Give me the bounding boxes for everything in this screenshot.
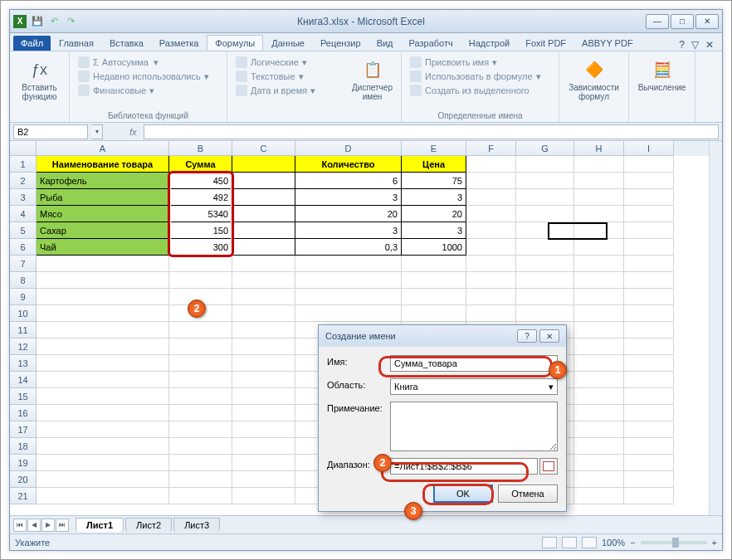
cell[interactable] xyxy=(37,388,169,405)
view-layout-button[interactable] xyxy=(562,537,577,548)
insert-function-button[interactable]: ƒx Вставить функцию xyxy=(15,55,64,105)
use-in-formula-button[interactable]: Использовать в формуле▾ xyxy=(410,71,550,82)
cell[interactable] xyxy=(624,173,674,189)
tab-developer[interactable]: Разработч xyxy=(402,36,461,51)
cell[interactable] xyxy=(37,256,169,272)
tab-foxit[interactable]: Foxit PDF xyxy=(518,36,573,51)
cell[interactable] xyxy=(37,272,169,289)
cell[interactable] xyxy=(232,322,295,338)
cell[interactable] xyxy=(466,189,516,206)
cell[interactable] xyxy=(232,239,295,256)
cell[interactable] xyxy=(37,305,169,322)
column-header[interactable]: H xyxy=(574,141,624,156)
cell[interactable] xyxy=(516,256,574,272)
select-all-corner[interactable] xyxy=(10,141,37,156)
cell[interactable]: Чай xyxy=(37,239,169,256)
cell[interactable] xyxy=(169,322,232,338)
save-icon[interactable]: 💾 xyxy=(32,16,43,27)
cell[interactable] xyxy=(624,305,674,322)
name-input[interactable] xyxy=(390,355,558,372)
cell[interactable] xyxy=(574,405,624,421)
cell[interactable] xyxy=(574,256,624,272)
cell[interactable]: Картофель xyxy=(37,173,169,189)
cell[interactable] xyxy=(232,222,295,239)
cell[interactable]: 3 xyxy=(402,189,466,206)
row-header[interactable]: 7 xyxy=(10,256,37,272)
column-header[interactable]: C xyxy=(232,141,295,156)
cell[interactable] xyxy=(169,338,232,355)
cell[interactable] xyxy=(516,272,574,289)
cell[interactable]: 492 xyxy=(169,189,232,206)
cell[interactable] xyxy=(295,289,402,305)
column-header[interactable]: A xyxy=(37,141,169,156)
vertical-scrollbar[interactable] xyxy=(709,141,722,515)
sheet-nav-last-icon[interactable]: ⏭ xyxy=(56,519,69,532)
cell[interactable] xyxy=(574,322,624,338)
row-header[interactable]: 15 xyxy=(10,388,37,405)
tab-file[interactable]: Файл xyxy=(13,36,51,51)
cell[interactable]: Сумма xyxy=(169,156,232,173)
cell[interactable] xyxy=(232,156,295,173)
cell[interactable] xyxy=(169,471,232,488)
cell[interactable] xyxy=(516,173,574,189)
cell[interactable] xyxy=(516,289,574,305)
cell[interactable] xyxy=(232,189,295,206)
cell[interactable] xyxy=(624,272,674,289)
cell[interactable] xyxy=(624,289,674,305)
cell[interactable] xyxy=(232,421,295,438)
cell[interactable] xyxy=(574,222,624,239)
row-header[interactable]: 18 xyxy=(10,438,37,455)
dialog-help-button[interactable]: ? xyxy=(517,329,537,343)
cell[interactable] xyxy=(232,305,295,322)
cell[interactable] xyxy=(624,222,674,239)
tab-abbyy[interactable]: ABBYY PDF xyxy=(574,36,641,51)
column-header[interactable]: G xyxy=(516,141,574,156)
cell[interactable] xyxy=(516,239,574,256)
sheet-nav-first-icon[interactable]: ⏮ xyxy=(13,519,27,532)
cell[interactable] xyxy=(574,305,624,322)
row-header[interactable]: 10 xyxy=(10,305,37,322)
sheet-tab[interactable]: Лист2 xyxy=(125,518,172,532)
cell[interactable]: 20 xyxy=(295,206,402,222)
cancel-button[interactable]: Отмена xyxy=(498,485,558,503)
cell[interactable] xyxy=(466,156,516,173)
cell[interactable] xyxy=(624,239,674,256)
name-box-dropdown[interactable]: ▾ xyxy=(91,124,103,139)
cell[interactable] xyxy=(37,322,169,338)
cell[interactable] xyxy=(232,455,295,471)
financial-button[interactable]: Финансовые▾ xyxy=(78,85,218,96)
cell[interactable]: 75 xyxy=(402,173,466,189)
cell[interactable] xyxy=(516,222,574,239)
cell[interactable] xyxy=(624,372,674,388)
comment-textarea[interactable] xyxy=(390,402,558,451)
cell[interactable] xyxy=(295,272,402,289)
formula-auditing-button[interactable]: 🔶 Зависимости формул xyxy=(564,55,623,105)
row-header[interactable]: 11 xyxy=(10,322,37,338)
cell[interactable] xyxy=(466,222,516,239)
cell[interactable] xyxy=(232,488,295,504)
cell[interactable] xyxy=(624,189,674,206)
cell[interactable] xyxy=(624,455,674,471)
cell[interactable] xyxy=(402,256,466,272)
row-header[interactable]: 13 xyxy=(10,355,37,372)
define-name-button[interactable]: Присвоить имя▾ xyxy=(410,56,550,68)
cell[interactable] xyxy=(232,355,295,372)
view-normal-button[interactable] xyxy=(542,537,557,548)
cell[interactable] xyxy=(574,289,624,305)
dialog-close-button[interactable]: ✕ xyxy=(539,329,559,343)
redo-icon[interactable]: ↷ xyxy=(65,16,76,27)
cell[interactable] xyxy=(574,173,624,189)
cell[interactable]: Рыба xyxy=(37,189,169,206)
cell[interactable] xyxy=(574,438,624,455)
tab-data[interactable]: Данные xyxy=(264,36,312,51)
cell[interactable] xyxy=(624,438,674,455)
row-header[interactable]: 1 xyxy=(10,156,37,173)
column-header[interactable]: B xyxy=(169,141,232,156)
cell[interactable]: 3 xyxy=(402,222,466,239)
tab-home[interactable]: Главная xyxy=(51,36,101,51)
sheet-tab[interactable]: Лист3 xyxy=(173,518,220,532)
cell[interactable] xyxy=(37,289,169,305)
row-header[interactable]: 2 xyxy=(10,173,37,189)
cell[interactable]: Мясо xyxy=(37,206,169,222)
name-manager-button[interactable]: 📋 Диспетчер имен xyxy=(349,55,396,105)
